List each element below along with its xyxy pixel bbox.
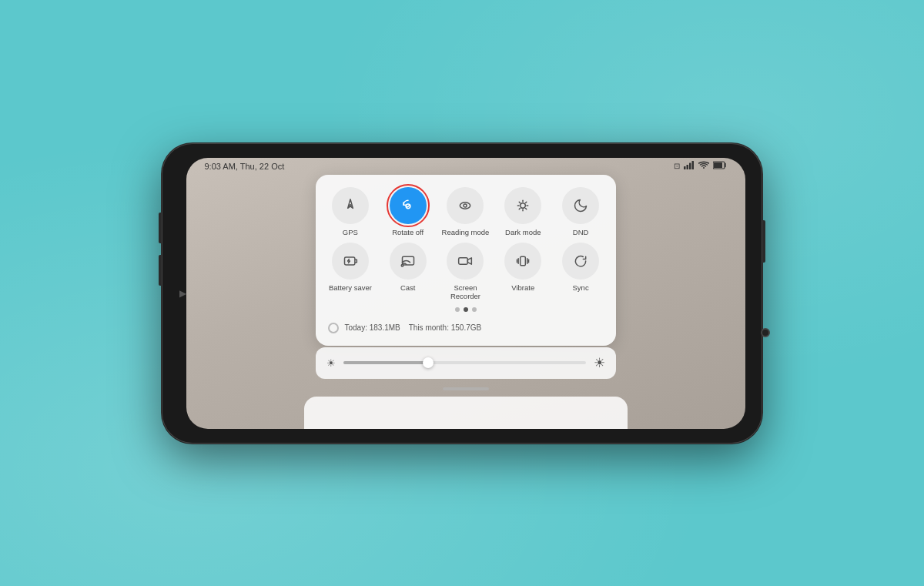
tile-dnd[interactable]: DND: [555, 187, 607, 236]
moon-icon: [573, 198, 588, 213]
eye-icon: [457, 198, 473, 213]
svg-point-10: [521, 203, 526, 208]
tile-screen-recorder[interactable]: Screen Recorder: [440, 243, 491, 301]
nav-arrow-icon: ▶: [179, 288, 186, 299]
battery-saver-icon: [343, 253, 358, 269]
svg-point-9: [464, 203, 467, 206]
tile-dark-icon-wrap: [504, 187, 541, 224]
signal-icon: [684, 161, 695, 171]
quick-settings-panel: GPS Rotate off: [316, 175, 616, 346]
tile-recorder-icon-wrap: [447, 243, 484, 280]
tile-rotate-off[interactable]: Rotate off: [382, 187, 434, 236]
tile-sync-label: Sync: [573, 283, 589, 292]
gps-icon: [343, 198, 358, 213]
brightness-fill: [343, 361, 428, 364]
tile-battery-label: Battery saver: [329, 283, 372, 292]
brightness-min-icon: ☀: [326, 357, 336, 369]
svg-rect-26: [521, 256, 526, 266]
brightness-bar: ☀ ☀: [316, 347, 616, 379]
brightness-track[interactable]: [343, 361, 586, 364]
tile-reading-mode[interactable]: Reading mode: [440, 187, 491, 236]
sun-adjust-icon: [515, 198, 531, 213]
tile-battery-saver[interactable]: Battery saver: [325, 243, 377, 301]
screenshot-icon: ⊡: [674, 162, 680, 170]
tile-dnd-icon-wrap: [562, 187, 599, 224]
svg-rect-5: [714, 162, 722, 168]
tile-rotate-icon-wrap: [390, 187, 427, 224]
tile-vibrate[interactable]: Vibrate: [497, 243, 549, 301]
camera-indicator: [761, 328, 770, 337]
tile-dnd-label: DND: [573, 228, 589, 236]
svg-rect-1: [686, 165, 688, 169]
brightness-thumb[interactable]: [423, 357, 434, 368]
tile-vibrate-icon-wrap: [504, 243, 541, 280]
tile-reading-icon-wrap: [447, 187, 484, 224]
quick-tiles-row2: Battery saver Cast: [325, 243, 607, 301]
tile-sync[interactable]: Sync: [555, 243, 607, 301]
brightness-max-icon: ☀: [594, 355, 605, 371]
cast-icon: [400, 253, 416, 269]
video-icon: [457, 253, 473, 269]
sync-icon: [573, 253, 588, 269]
svg-line-16: [526, 208, 527, 209]
tile-dark-label: Dark mode: [505, 228, 541, 236]
bottom-handle: [443, 387, 489, 390]
volume-up-button[interactable]: [159, 213, 162, 243]
data-usage-icon: [328, 323, 339, 333]
tile-cast-icon-wrap: [390, 243, 427, 280]
wifi-icon: [698, 161, 709, 171]
power-button[interactable]: [762, 220, 765, 263]
bottom-sheet: [304, 397, 628, 429]
dot-3: [472, 307, 477, 312]
dot-2: [464, 307, 468, 312]
data-usage-today: Today: 183.1MB This month: 150.7GB: [345, 323, 482, 332]
svg-line-15: [520, 202, 521, 203]
phone: ▶ 9:03 AM, Thu, 22 Oct ⊡: [162, 143, 762, 444]
svg-rect-0: [684, 166, 686, 169]
tile-sync-icon-wrap: [562, 243, 599, 280]
dot-1: [455, 307, 460, 312]
tile-gps[interactable]: GPS: [325, 187, 377, 236]
svg-line-18: [520, 208, 521, 209]
volume-down-button[interactable]: [159, 255, 162, 286]
svg-point-8: [460, 202, 470, 208]
tile-rotate-label: Rotate off: [392, 228, 424, 236]
svg-rect-25: [459, 258, 468, 264]
data-usage-row: Today: 183.1MB This month: 150.7GB: [325, 320, 607, 337]
tile-recorder-label: Screen Recorder: [440, 283, 491, 301]
svg-point-24: [401, 264, 403, 266]
tile-cast[interactable]: Cast: [382, 243, 434, 301]
svg-line-17: [526, 202, 527, 203]
rotate-icon: [400, 198, 416, 213]
tile-gps-label: GPS: [343, 228, 358, 236]
tile-gps-icon-wrap: [332, 187, 369, 224]
tile-reading-label: Reading mode: [442, 228, 490, 236]
tile-vibrate-label: Vibrate: [511, 283, 534, 292]
tile-cast-label: Cast: [400, 283, 416, 292]
tile-dark-mode[interactable]: Dark mode: [497, 187, 549, 236]
pagination-dots: [325, 307, 607, 312]
status-icons: ⊡: [674, 161, 727, 171]
vibrate-icon: [515, 253, 531, 269]
status-time: 9:03 AM, Thu, 22 Oct: [205, 162, 285, 171]
svg-point-6: [350, 204, 352, 206]
tile-battery-icon-wrap: [332, 243, 369, 280]
quick-tiles-row1: GPS Rotate off: [325, 187, 607, 236]
phone-screen: 9:03 AM, Thu, 22 Oct ⊡: [186, 158, 745, 429]
battery-status-icon: [713, 161, 727, 171]
svg-rect-2: [689, 163, 691, 170]
status-bar: 9:03 AM, Thu, 22 Oct ⊡: [186, 158, 745, 175]
svg-rect-3: [691, 161, 694, 169]
